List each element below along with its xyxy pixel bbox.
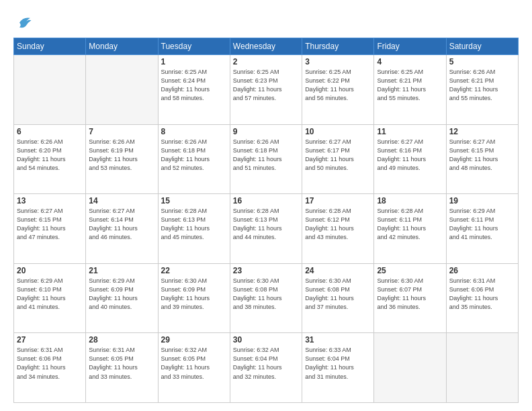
day-number: 29 <box>161 335 227 345</box>
day-number: 22 <box>161 266 227 275</box>
weekday-header-thursday: Thursday <box>302 38 374 55</box>
calendar-cell: 29Sunrise: 6:32 AM Sunset: 6:05 PM Dayli… <box>158 333 230 403</box>
day-number: 25 <box>377 266 443 275</box>
day-info: Sunrise: 6:29 AM Sunset: 6:09 PM Dayligh… <box>89 277 154 312</box>
day-number: 2 <box>233 57 299 66</box>
day-number: 12 <box>449 127 515 136</box>
calendar-cell: 19Sunrise: 6:29 AM Sunset: 6:11 PM Dayli… <box>446 194 518 264</box>
day-number: 6 <box>17 127 83 136</box>
day-info: Sunrise: 6:28 AM Sunset: 6:12 PM Dayligh… <box>305 207 371 242</box>
day-info: Sunrise: 6:25 AM Sunset: 6:21 PM Dayligh… <box>377 68 443 103</box>
day-number: 31 <box>305 335 371 345</box>
page: SundayMondayTuesdayWednesdayThursdayFrid… <box>0 0 532 411</box>
day-info: Sunrise: 6:30 AM Sunset: 6:08 PM Dayligh… <box>233 277 299 312</box>
calendar-cell: 16Sunrise: 6:28 AM Sunset: 6:13 PM Dayli… <box>230 194 302 264</box>
calendar-cell: 5Sunrise: 6:26 AM Sunset: 6:21 PM Daylig… <box>446 55 518 125</box>
calendar-cell: 27Sunrise: 6:31 AM Sunset: 6:06 PM Dayli… <box>14 333 86 403</box>
day-number: 11 <box>377 127 443 136</box>
day-info: Sunrise: 6:27 AM Sunset: 6:16 PM Dayligh… <box>377 138 443 173</box>
week-row-3: 13Sunrise: 6:27 AM Sunset: 6:15 PM Dayli… <box>14 194 519 264</box>
day-info: Sunrise: 6:27 AM Sunset: 6:15 PM Dayligh… <box>449 138 515 173</box>
day-number: 30 <box>233 335 299 345</box>
calendar-cell: 22Sunrise: 6:30 AM Sunset: 6:09 PM Dayli… <box>158 263 230 333</box>
day-info: Sunrise: 6:30 AM Sunset: 6:07 PM Dayligh… <box>377 277 443 312</box>
day-number: 4 <box>377 57 443 66</box>
day-number: 5 <box>449 57 515 66</box>
calendar-cell: 18Sunrise: 6:28 AM Sunset: 6:11 PM Dayli… <box>374 194 446 264</box>
weekday-header-sunday: Sunday <box>14 38 86 55</box>
calendar-cell: 14Sunrise: 6:27 AM Sunset: 6:14 PM Dayli… <box>86 194 158 264</box>
calendar-cell <box>446 333 518 403</box>
calendar-cell: 25Sunrise: 6:30 AM Sunset: 6:07 PM Dayli… <box>374 263 446 333</box>
weekday-header-tuesday: Tuesday <box>158 38 230 55</box>
weekday-header-wednesday: Wednesday <box>230 38 302 55</box>
day-info: Sunrise: 6:30 AM Sunset: 6:08 PM Dayligh… <box>305 277 371 312</box>
day-number: 19 <box>449 196 515 205</box>
calendar-cell: 13Sunrise: 6:27 AM Sunset: 6:15 PM Dayli… <box>14 194 86 264</box>
calendar-cell <box>86 55 158 125</box>
week-row-5: 27Sunrise: 6:31 AM Sunset: 6:06 PM Dayli… <box>14 333 519 403</box>
day-number: 17 <box>305 196 371 205</box>
day-number: 16 <box>233 196 299 205</box>
calendar-cell <box>14 55 86 125</box>
calendar-cell: 26Sunrise: 6:31 AM Sunset: 6:06 PM Dayli… <box>446 263 518 333</box>
day-info: Sunrise: 6:26 AM Sunset: 6:18 PM Dayligh… <box>161 138 227 173</box>
day-info: Sunrise: 6:27 AM Sunset: 6:15 PM Dayligh… <box>17 207 83 242</box>
day-number: 13 <box>17 196 83 205</box>
day-info: Sunrise: 6:30 AM Sunset: 6:09 PM Dayligh… <box>161 277 227 312</box>
day-info: Sunrise: 6:25 AM Sunset: 6:23 PM Dayligh… <box>233 68 299 103</box>
day-number: 8 <box>161 127 227 136</box>
day-info: Sunrise: 6:26 AM Sunset: 6:20 PM Dayligh… <box>17 138 83 173</box>
day-info: Sunrise: 6:25 AM Sunset: 6:22 PM Dayligh… <box>305 68 371 103</box>
calendar-cell: 9Sunrise: 6:26 AM Sunset: 6:18 PM Daylig… <box>230 124 302 194</box>
day-number: 21 <box>89 266 154 275</box>
calendar-cell: 21Sunrise: 6:29 AM Sunset: 6:09 PM Dayli… <box>86 263 158 333</box>
calendar-cell: 15Sunrise: 6:28 AM Sunset: 6:13 PM Dayli… <box>158 194 230 264</box>
day-info: Sunrise: 6:28 AM Sunset: 6:13 PM Dayligh… <box>233 207 299 242</box>
calendar-cell: 24Sunrise: 6:30 AM Sunset: 6:08 PM Dayli… <box>302 263 374 333</box>
weekday-header-row: SundayMondayTuesdayWednesdayThursdayFrid… <box>14 38 519 55</box>
day-number: 3 <box>305 57 371 66</box>
logo-bird-icon <box>15 12 34 31</box>
day-info: Sunrise: 6:31 AM Sunset: 6:06 PM Dayligh… <box>17 346 83 381</box>
day-info: Sunrise: 6:32 AM Sunset: 6:04 PM Dayligh… <box>233 346 299 381</box>
day-number: 24 <box>305 266 371 275</box>
calendar-cell: 10Sunrise: 6:27 AM Sunset: 6:17 PM Dayli… <box>302 124 374 194</box>
day-info: Sunrise: 6:28 AM Sunset: 6:11 PM Dayligh… <box>377 207 443 242</box>
calendar-cell: 11Sunrise: 6:27 AM Sunset: 6:16 PM Dayli… <box>374 124 446 194</box>
weekday-header-monday: Monday <box>86 38 158 55</box>
day-number: 9 <box>233 127 299 136</box>
day-number: 28 <box>89 335 154 345</box>
day-number: 1 <box>161 57 227 66</box>
calendar-cell: 7Sunrise: 6:26 AM Sunset: 6:19 PM Daylig… <box>86 124 158 194</box>
day-number: 26 <box>449 266 515 275</box>
calendar-cell: 23Sunrise: 6:30 AM Sunset: 6:08 PM Dayli… <box>230 263 302 333</box>
logo <box>13 12 34 31</box>
calendar-cell: 30Sunrise: 6:32 AM Sunset: 6:04 PM Dayli… <box>230 333 302 403</box>
calendar-cell: 8Sunrise: 6:26 AM Sunset: 6:18 PM Daylig… <box>158 124 230 194</box>
day-info: Sunrise: 6:31 AM Sunset: 6:05 PM Dayligh… <box>89 346 154 381</box>
day-info: Sunrise: 6:31 AM Sunset: 6:06 PM Dayligh… <box>449 277 515 312</box>
weekday-header-friday: Friday <box>374 38 446 55</box>
calendar-cell: 3Sunrise: 6:25 AM Sunset: 6:22 PM Daylig… <box>302 55 374 125</box>
weekday-header-saturday: Saturday <box>446 38 518 55</box>
day-info: Sunrise: 6:32 AM Sunset: 6:05 PM Dayligh… <box>161 346 227 381</box>
day-info: Sunrise: 6:28 AM Sunset: 6:13 PM Dayligh… <box>161 207 227 242</box>
day-info: Sunrise: 6:27 AM Sunset: 6:17 PM Dayligh… <box>305 138 371 173</box>
calendar-cell: 28Sunrise: 6:31 AM Sunset: 6:05 PM Dayli… <box>86 333 158 403</box>
day-number: 20 <box>17 266 83 275</box>
calendar-cell: 12Sunrise: 6:27 AM Sunset: 6:15 PM Dayli… <box>446 124 518 194</box>
calendar-cell: 4Sunrise: 6:25 AM Sunset: 6:21 PM Daylig… <box>374 55 446 125</box>
day-info: Sunrise: 6:25 AM Sunset: 6:24 PM Dayligh… <box>161 68 227 103</box>
day-number: 27 <box>17 335 83 345</box>
calendar-cell: 1Sunrise: 6:25 AM Sunset: 6:24 PM Daylig… <box>158 55 230 125</box>
day-info: Sunrise: 6:26 AM Sunset: 6:19 PM Dayligh… <box>89 138 154 173</box>
header <box>13 12 519 31</box>
day-number: 18 <box>377 196 443 205</box>
calendar-cell: 6Sunrise: 6:26 AM Sunset: 6:20 PM Daylig… <box>14 124 86 194</box>
day-number: 10 <box>305 127 371 136</box>
day-number: 7 <box>89 127 154 136</box>
calendar-cell: 31Sunrise: 6:33 AM Sunset: 6:04 PM Dayli… <box>302 333 374 403</box>
day-info: Sunrise: 6:27 AM Sunset: 6:14 PM Dayligh… <box>89 207 154 242</box>
calendar-cell: 17Sunrise: 6:28 AM Sunset: 6:12 PM Dayli… <box>302 194 374 264</box>
